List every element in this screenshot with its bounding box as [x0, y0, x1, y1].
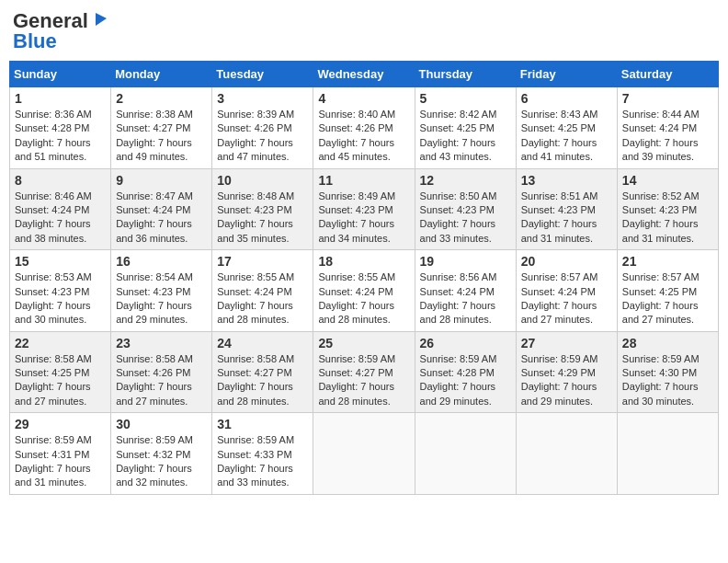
day-info: Sunrise: 8:59 AM Sunset: 4:31 PM Dayligh… [15, 433, 106, 490]
day-info: Sunrise: 8:36 AM Sunset: 4:28 PM Dayligh… [15, 108, 106, 165]
day-number: 10 [217, 173, 308, 188]
week-row-4: 22 Sunrise: 8:58 AM Sunset: 4:25 PM Dayl… [10, 331, 719, 413]
day-cell: 29 Sunrise: 8:59 AM Sunset: 4:31 PM Dayl… [10, 413, 111, 495]
day-info: Sunrise: 8:40 AM Sunset: 4:26 PM Dayligh… [318, 108, 409, 165]
day-info: Sunrise: 8:44 AM Sunset: 4:24 PM Dayligh… [622, 108, 713, 165]
day-number: 28 [622, 336, 713, 350]
day-cell: 17 Sunrise: 8:55 AM Sunset: 4:24 PM Dayl… [212, 250, 313, 332]
day-number: 24 [217, 336, 308, 350]
day-info: Sunrise: 8:50 AM Sunset: 4:23 PM Dayligh… [420, 190, 511, 247]
day-number: 4 [318, 91, 409, 106]
day-number: 20 [521, 254, 612, 269]
day-cell: 19 Sunrise: 8:56 AM Sunset: 4:24 PM Dayl… [415, 250, 516, 332]
page-header: General Blue [9, 9, 719, 53]
day-number: 26 [420, 336, 511, 350]
day-cell: 9 Sunrise: 8:47 AM Sunset: 4:24 PM Dayli… [111, 168, 212, 250]
day-info: Sunrise: 8:56 AM Sunset: 4:24 PM Dayligh… [420, 270, 511, 327]
day-number: 3 [217, 91, 308, 106]
day-info: Sunrise: 8:49 AM Sunset: 4:23 PM Dayligh… [318, 190, 409, 247]
day-info: Sunrise: 8:47 AM Sunset: 4:24 PM Dayligh… [116, 190, 207, 247]
week-row-1: 1 Sunrise: 8:36 AM Sunset: 4:28 PM Dayli… [10, 87, 719, 169]
svg-marker-0 [96, 13, 107, 26]
logo-icon [90, 9, 110, 29]
day-info: Sunrise: 8:53 AM Sunset: 4:23 PM Dayligh… [15, 270, 106, 327]
day-cell: 7 Sunrise: 8:44 AM Sunset: 4:24 PM Dayli… [617, 87, 718, 169]
day-number: 5 [420, 91, 511, 106]
day-cell: 21 Sunrise: 8:57 AM Sunset: 4:25 PM Dayl… [617, 250, 718, 332]
day-number: 8 [15, 173, 106, 188]
day-number: 25 [318, 336, 409, 350]
day-info: Sunrise: 8:55 AM Sunset: 4:24 PM Dayligh… [318, 270, 409, 327]
day-cell: 15 Sunrise: 8:53 AM Sunset: 4:23 PM Dayl… [10, 250, 111, 332]
day-cell: 14 Sunrise: 8:52 AM Sunset: 4:23 PM Dayl… [617, 168, 718, 250]
day-info: Sunrise: 8:38 AM Sunset: 4:27 PM Dayligh… [116, 108, 207, 165]
day-cell: 11 Sunrise: 8:49 AM Sunset: 4:23 PM Dayl… [313, 168, 415, 250]
day-cell: 1 Sunrise: 8:36 AM Sunset: 4:28 PM Dayli… [10, 87, 111, 169]
day-info: Sunrise: 8:52 AM Sunset: 4:23 PM Dayligh… [622, 190, 713, 247]
day-number: 18 [318, 254, 409, 269]
day-cell [313, 413, 415, 495]
day-number: 7 [622, 91, 713, 106]
day-number: 2 [116, 91, 207, 106]
day-cell: 12 Sunrise: 8:50 AM Sunset: 4:23 PM Dayl… [415, 168, 516, 250]
day-cell: 26 Sunrise: 8:59 AM Sunset: 4:28 PM Dayl… [415, 331, 516, 413]
day-number: 14 [622, 173, 713, 188]
header-day-friday: Friday [516, 62, 617, 87]
day-number: 29 [15, 417, 106, 431]
week-row-5: 29 Sunrise: 8:59 AM Sunset: 4:31 PM Dayl… [10, 413, 719, 495]
day-cell: 20 Sunrise: 8:57 AM Sunset: 4:24 PM Dayl… [516, 250, 617, 332]
day-cell: 28 Sunrise: 8:59 AM Sunset: 4:30 PM Dayl… [617, 331, 718, 413]
day-cell: 2 Sunrise: 8:38 AM Sunset: 4:27 PM Dayli… [111, 87, 212, 169]
day-number: 13 [521, 173, 612, 188]
day-cell: 8 Sunrise: 8:46 AM Sunset: 4:24 PM Dayli… [10, 168, 111, 250]
day-number: 21 [622, 254, 713, 269]
day-number: 23 [116, 336, 207, 350]
day-number: 12 [420, 173, 511, 188]
day-info: Sunrise: 8:59 AM Sunset: 4:30 PM Dayligh… [622, 352, 713, 409]
day-info: Sunrise: 8:55 AM Sunset: 4:24 PM Dayligh… [217, 270, 308, 327]
day-number: 6 [521, 91, 612, 106]
day-cell: 22 Sunrise: 8:58 AM Sunset: 4:25 PM Dayl… [10, 331, 111, 413]
day-info: Sunrise: 8:59 AM Sunset: 4:27 PM Dayligh… [318, 352, 409, 409]
day-info: Sunrise: 8:51 AM Sunset: 4:23 PM Dayligh… [521, 190, 612, 247]
week-row-2: 8 Sunrise: 8:46 AM Sunset: 4:24 PM Dayli… [10, 168, 719, 250]
header-day-wednesday: Wednesday [313, 62, 415, 87]
day-info: Sunrise: 8:59 AM Sunset: 4:28 PM Dayligh… [420, 352, 511, 409]
day-cell [617, 413, 718, 495]
week-row-3: 15 Sunrise: 8:53 AM Sunset: 4:23 PM Dayl… [10, 250, 719, 332]
day-cell: 5 Sunrise: 8:42 AM Sunset: 4:25 PM Dayli… [415, 87, 516, 169]
header-day-thursday: Thursday [415, 62, 516, 87]
day-info: Sunrise: 8:57 AM Sunset: 4:25 PM Dayligh… [622, 270, 713, 327]
day-cell: 30 Sunrise: 8:59 AM Sunset: 4:32 PM Dayl… [111, 413, 212, 495]
day-info: Sunrise: 8:59 AM Sunset: 4:32 PM Dayligh… [116, 433, 207, 490]
day-cell: 3 Sunrise: 8:39 AM Sunset: 4:26 PM Dayli… [212, 87, 313, 169]
day-cell: 13 Sunrise: 8:51 AM Sunset: 4:23 PM Dayl… [516, 168, 617, 250]
day-cell: 23 Sunrise: 8:58 AM Sunset: 4:26 PM Dayl… [111, 331, 212, 413]
day-info: Sunrise: 8:58 AM Sunset: 4:25 PM Dayligh… [15, 352, 106, 409]
day-number: 11 [318, 173, 409, 188]
day-info: Sunrise: 8:54 AM Sunset: 4:23 PM Dayligh… [116, 270, 207, 327]
day-info: Sunrise: 8:39 AM Sunset: 4:26 PM Dayligh… [217, 108, 308, 165]
day-number: 15 [15, 254, 106, 269]
day-info: Sunrise: 8:58 AM Sunset: 4:26 PM Dayligh… [116, 352, 207, 409]
day-cell: 25 Sunrise: 8:59 AM Sunset: 4:27 PM Dayl… [313, 331, 415, 413]
day-number: 27 [521, 336, 612, 350]
day-info: Sunrise: 8:57 AM Sunset: 4:24 PM Dayligh… [521, 270, 612, 327]
day-cell [516, 413, 617, 495]
day-number: 30 [116, 417, 207, 431]
day-info: Sunrise: 8:58 AM Sunset: 4:27 PM Dayligh… [217, 352, 308, 409]
calendar-table: SundayMondayTuesdayWednesdayThursdayFrid… [9, 61, 719, 495]
day-cell: 18 Sunrise: 8:55 AM Sunset: 4:24 PM Dayl… [313, 250, 415, 332]
header-day-sunday: Sunday [10, 62, 111, 87]
day-cell: 27 Sunrise: 8:59 AM Sunset: 4:29 PM Dayl… [516, 331, 617, 413]
header-row: SundayMondayTuesdayWednesdayThursdayFrid… [10, 62, 719, 87]
logo: General Blue [13, 9, 110, 53]
day-number: 19 [420, 254, 511, 269]
logo-text-blue: Blue [13, 29, 57, 53]
day-info: Sunrise: 8:42 AM Sunset: 4:25 PM Dayligh… [420, 108, 511, 165]
day-cell: 10 Sunrise: 8:48 AM Sunset: 4:23 PM Dayl… [212, 168, 313, 250]
day-cell: 24 Sunrise: 8:58 AM Sunset: 4:27 PM Dayl… [212, 331, 313, 413]
day-cell: 6 Sunrise: 8:43 AM Sunset: 4:25 PM Dayli… [516, 87, 617, 169]
day-info: Sunrise: 8:59 AM Sunset: 4:29 PM Dayligh… [521, 352, 612, 409]
header-day-saturday: Saturday [617, 62, 718, 87]
